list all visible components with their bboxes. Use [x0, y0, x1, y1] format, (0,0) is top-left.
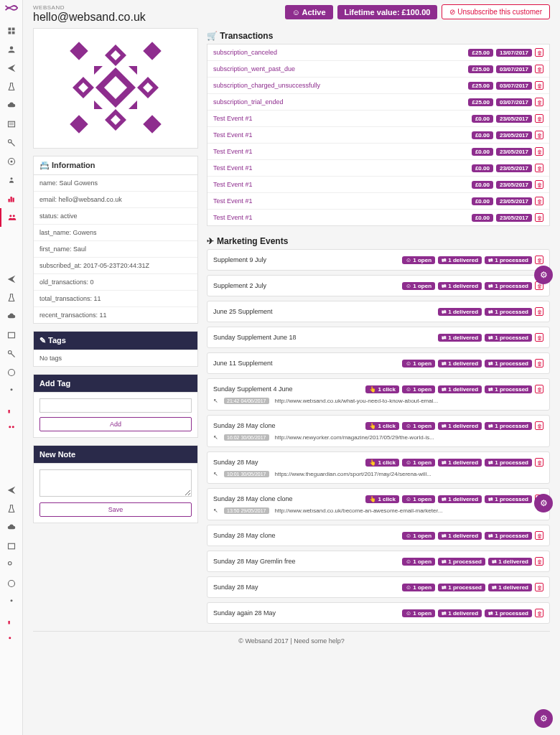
nav-users-icon[interactable]: [0, 208, 23, 227]
nav-key3-icon[interactable]: [0, 556, 23, 574]
tx-name[interactable]: Test Event #1: [213, 164, 253, 172]
delete-tx-button[interactable]: 🗑: [535, 180, 543, 189]
delete-event-button[interactable]: 🗑: [535, 307, 543, 316]
nav-dashboard-icon[interactable]: [0, 22, 23, 40]
event-link[interactable]: http://www.websand.co.uk/what-you-need-t…: [275, 398, 439, 404]
nav-people-icon[interactable]: [0, 40, 23, 59]
svg-rect-3: [11, 32, 14, 34]
help-fab-1[interactable]: ⚙: [534, 266, 553, 284]
transaction-row: Test Event #1£0.0023/05/2017🗑: [207, 177, 549, 193]
tx-amount: £0.00: [472, 148, 493, 156]
delete-event-button[interactable]: 🗑: [535, 609, 543, 617]
event-badge: ⇄ 1 delivered: [488, 584, 532, 591]
delete-tx-button[interactable]: 🗑: [535, 65, 543, 73]
tx-name[interactable]: subscription_went_past_due: [213, 65, 295, 72]
delete-tx-button[interactable]: 🗑: [535, 197, 543, 205]
nav-send-icon[interactable]: [0, 59, 23, 78]
event-badge: ☺ 1 open: [402, 385, 435, 393]
save-note-button[interactable]: Save: [39, 502, 192, 517]
event-badge: ☺ 1 open: [402, 495, 435, 503]
nav-flask3-icon[interactable]: [0, 500, 23, 518]
event-timestamp: 16:02 30/06/2017: [224, 434, 269, 441]
tx-name[interactable]: Test Event #1: [213, 197, 253, 205]
tx-amount: £0.00: [472, 214, 493, 222]
nav-users3-icon[interactable]: [0, 630, 23, 649]
nav-form-icon[interactable]: [0, 115, 23, 134]
event-timestamp: 13:50 29/05/2017: [224, 507, 269, 514]
delete-tx-button[interactable]: 🗑: [535, 131, 543, 139]
nav-cloud2-icon[interactable]: [0, 307, 23, 326]
nav-flask-icon[interactable]: [0, 78, 23, 96]
nav-stats-icon[interactable]: [0, 189, 23, 208]
event-badge: ☺ 1 open: [402, 584, 435, 591]
transaction-row: subscription_canceled£25.0013/07/2017🗑: [207, 45, 549, 61]
nav-flask2-icon[interactable]: [0, 289, 23, 307]
nav-cloud3-icon[interactable]: [0, 518, 23, 537]
event-link[interactable]: http://www.websand.co.uk/become-an-aweso…: [275, 507, 443, 514]
nav-user3-icon[interactable]: [0, 593, 23, 612]
nav-user2-icon[interactable]: [0, 382, 23, 401]
help-fab-3[interactable]: ⚙: [534, 709, 553, 728]
event-badge: ⇄ 1 delivered: [438, 308, 482, 316]
delete-event-button[interactable]: 🗑: [535, 256, 543, 264]
transaction-row: Test Event #1£0.0023/05/2017🗑: [207, 193, 549, 210]
delete-event-button[interactable]: 🗑: [535, 557, 543, 566]
tx-date: 23/05/2017: [496, 148, 532, 156]
nav-key-icon[interactable]: [0, 134, 23, 152]
nav-key2-icon[interactable]: [0, 345, 23, 363]
new-note-textarea[interactable]: [39, 469, 192, 497]
nav-users2-icon[interactable]: [0, 419, 23, 438]
cursor-icon: ↖: [213, 507, 218, 514]
tx-name[interactable]: Test Event #1: [213, 214, 253, 221]
tx-name[interactable]: Test Event #1: [213, 115, 253, 122]
add-tag-input[interactable]: [39, 398, 192, 413]
delete-tx-button[interactable]: 🗑: [535, 164, 543, 172]
transaction-row: Test Event #1£0.0023/05/2017🗑: [207, 127, 549, 144]
marketing-event: Sunday Supplement 4 June👆 1 click☺ 1 ope…: [207, 378, 550, 411]
tx-name[interactable]: Test Event #1: [213, 131, 253, 139]
svg-rect-32: [70, 42, 88, 60]
nav-target2-icon[interactable]: [0, 363, 23, 382]
nav-send3-icon[interactable]: [0, 481, 23, 500]
svg-rect-30: [8, 621, 9, 624]
delete-tx-button[interactable]: 🗑: [535, 114, 543, 123]
tx-name[interactable]: subscription_trial_ended: [213, 98, 284, 106]
transactions-header: 🛒 Transactions: [207, 28, 550, 44]
nav-stats2-icon[interactable]: [0, 401, 23, 419]
delete-tx-button[interactable]: 🗑: [535, 213, 543, 222]
help-fab-2[interactable]: ⚙: [534, 494, 553, 512]
event-badge: ⇄ 1 delivered: [438, 609, 482, 617]
event-title: June 25 Supplement: [213, 308, 273, 315]
tx-name[interactable]: Test Event #1: [213, 181, 253, 188]
delete-event-button[interactable]: 🗑: [535, 385, 543, 393]
delete-event-button[interactable]: 🗑: [535, 421, 543, 430]
delete-tx-button[interactable]: 🗑: [535, 48, 543, 57]
sidebar: [0, 0, 23, 735]
nav-cloud-icon[interactable]: [0, 96, 23, 115]
footer[interactable]: © Websand 2017 | Need some help?: [33, 631, 550, 650]
nav-target3-icon[interactable]: [0, 574, 23, 593]
nav-send2-icon[interactable]: [0, 270, 23, 289]
nav-form2-icon[interactable]: [0, 326, 23, 345]
nav-user-icon[interactable]: [0, 171, 23, 189]
delete-tx-button[interactable]: 🗑: [535, 147, 543, 156]
delete-event-button[interactable]: 🗑: [535, 359, 543, 368]
tx-name[interactable]: subscription_canceled: [213, 49, 277, 56]
add-tag-button[interactable]: Add: [39, 417, 192, 431]
delete-event-button[interactable]: 🗑: [535, 531, 543, 540]
tx-name[interactable]: Test Event #1: [213, 148, 253, 155]
delete-event-button[interactable]: 🗑: [535, 458, 543, 467]
event-link[interactable]: https://www.theguardian.com/sport/2017/m…: [275, 471, 431, 477]
delete-event-button[interactable]: 🗑: [535, 333, 543, 342]
delete-tx-button[interactable]: 🗑: [535, 81, 543, 90]
event-link[interactable]: http://www.newyorker.com/magazine/2017/0…: [275, 434, 434, 441]
tx-name[interactable]: subscription_charged_unsuccessfully: [213, 82, 320, 89]
tx-date: 23/05/2017: [496, 197, 532, 205]
event-badge: ⇄ 1 delivered: [438, 422, 482, 430]
unsubscribe-button[interactable]: ⊘ Unsubscribe this customer: [442, 4, 550, 19]
nav-form3-icon[interactable]: [0, 537, 23, 556]
nav-target-icon[interactable]: [0, 152, 23, 171]
delete-event-button[interactable]: 🗑: [535, 583, 543, 591]
delete-tx-button[interactable]: 🗑: [535, 98, 543, 106]
nav-stats3-icon[interactable]: [0, 612, 23, 630]
